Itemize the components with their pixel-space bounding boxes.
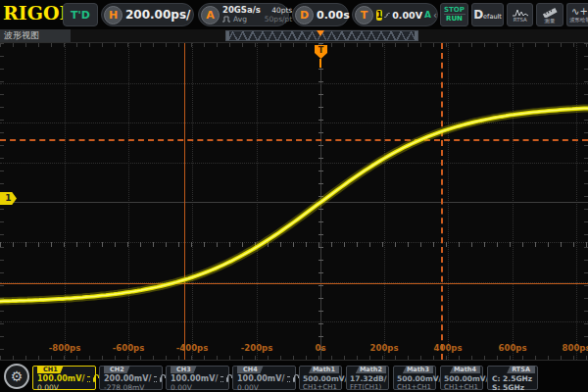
math-expression: CH1+CH1 [444, 383, 482, 391]
channel-tab: CH4 [237, 366, 264, 373]
math-expression: CH1+CH1 [397, 383, 435, 391]
math-scale: 17.32dB/ [350, 374, 388, 383]
default-button[interactable]: Default [471, 3, 504, 26]
channel-scale: 100.00mV/ [171, 374, 218, 383]
dc-coupling-icon [287, 376, 289, 382]
rtsa-status-box[interactable]: RTSA C: 2.5GHz S: 5GHz [487, 366, 538, 390]
spectrum-icon [513, 8, 528, 17]
rtsa-button-label: RTSA [514, 17, 527, 22]
scrollbar-trigger-pointer-icon[interactable] [317, 30, 324, 36]
lock-icon [93, 377, 95, 382]
channel-box-ch4[interactable]: CH4 100.00mV/ 0.00V [232, 366, 296, 390]
axis-tick-label: -600ps [113, 343, 144, 353]
acquisition-control[interactable]: A 20GSa/s Avg 40pts 50ps/pt [198, 3, 289, 26]
bottom-status-bar: ⚙ CH1 100.00mV/ 0.00V CH2 200.00mV/ -278… [0, 361, 588, 392]
horizontal-timebase-control[interactable]: H 200.00ps/ [101, 3, 194, 26]
scrollbar-right-cap [415, 31, 417, 40]
channel-scale: 200.00mV/ [104, 374, 151, 383]
axis-tick-label: -200ps [241, 343, 272, 353]
axis-tick-label: -800ps [49, 343, 80, 353]
ruler-icon [542, 7, 558, 18]
channel-box-ch2[interactable]: CH2 200.00mV/ -278.08mV [99, 366, 163, 390]
rtsa-center-freq: C: 2.5GHz [492, 374, 537, 383]
collapse-arrow-icon[interactable]: ‹ [433, 10, 437, 21]
lock-icon [293, 377, 295, 382]
axis-tick-label: 600ps [499, 343, 527, 353]
gear-icon[interactable]: ⚙ [4, 364, 29, 389]
timebase-value: 200.00ps/ [125, 8, 190, 22]
lock-icon [226, 377, 228, 382]
channel-tab: CH3 [171, 366, 197, 373]
math-box-math3[interactable]: Math3 500.00mV/ CH1+CH1 [393, 366, 436, 390]
delay-control[interactable]: D 0.00s [292, 3, 349, 26]
view-tab-row: 波形视图 [0, 29, 588, 42]
channel-tab: CH2 [104, 366, 130, 373]
stop-run-button[interactable]: STOP RUN [440, 3, 468, 26]
memory-depth: 40pts [265, 6, 292, 15]
trigger-slope-icon [384, 10, 390, 21]
avg-mode-icon [222, 16, 231, 23]
axis-tick-label: 200ps [370, 343, 399, 353]
run-label: RUN [446, 15, 463, 24]
trigger-marker-stem [319, 59, 321, 68]
axis-tick-label: -400ps [176, 343, 208, 353]
channel-offset: 0.00V [237, 383, 295, 392]
math-box-math1[interactable]: Math1 500.00mV/ CH1+CH1 [299, 366, 342, 390]
lock-icon [160, 377, 162, 382]
resolution: 50ps/pt [265, 15, 292, 24]
waveform-draw-button[interactable]: ∿+ 波形绘制 [566, 3, 588, 26]
dc-coupling-icon [87, 376, 89, 382]
stop-label: STOP [444, 6, 466, 15]
math-scale: 500.00mV/ [397, 374, 435, 383]
math-scale: 500.00mV/ [444, 374, 482, 383]
trigger-status-badge: T'D [63, 3, 98, 26]
channel-scale: 100.00mV/ [37, 374, 84, 383]
rtsa-span: S: 5GHz [492, 383, 537, 392]
channel-offset: -278.08mV [104, 383, 162, 392]
channel-scale: 100.00mV/ [237, 374, 284, 383]
axis-tick-label: 0s [316, 343, 326, 353]
channel-offset: 0.00V [171, 383, 228, 392]
oscilloscope-screen: RIGOL T'D H 200.00ps/ A 20GSa/s Avg 40pt… [0, 0, 588, 392]
trigger-level: 0.00V [392, 10, 422, 21]
math-tab: Math3 [403, 366, 433, 373]
math-tab: Math1 [309, 366, 339, 373]
math-box-math2[interactable]: Math2 17.32dB/ FFT(CH1) [346, 366, 389, 390]
math-expression: CH1+CH1 [303, 383, 341, 391]
rtsa-button[interactable]: RTSA [507, 3, 533, 26]
acq-mode: Avg [233, 15, 247, 24]
scrollbar-left-cap [226, 31, 229, 40]
sample-rate: 20GSa/s [222, 6, 261, 15]
dc-coupling-icon [154, 376, 156, 382]
draw-button-label: 波形绘制 [569, 17, 588, 22]
measure-button-label: 测量 [545, 18, 556, 23]
delay-value: 0.00s [317, 9, 350, 22]
d-knob-icon[interactable]: D [295, 6, 314, 24]
channel-offset: 0.00V [37, 383, 95, 392]
ch1-waveform [0, 43, 588, 361]
waveform-view-tab[interactable]: 波形视图 [0, 29, 71, 42]
trigger-control[interactable]: T 1 0.00V A ‹ [352, 3, 438, 26]
a-knob-icon[interactable]: A [201, 6, 220, 24]
t-knob-icon[interactable]: T [355, 6, 373, 24]
math-tab: Math4 [450, 366, 480, 373]
h-knob-icon[interactable]: H [104, 6, 122, 24]
trigger-sweep-mode: A [424, 10, 431, 20]
measure-button[interactable]: 测量 [536, 3, 564, 26]
dc-coupling-icon [220, 376, 222, 382]
channel-box-ch1[interactable]: CH1 100.00mV/ 0.00V [32, 366, 96, 390]
top-toolbar: RIGOL T'D H 200.00ps/ A 20GSa/s Avg 40pt… [0, 0, 588, 29]
axis-tick-label: 400ps [434, 343, 463, 353]
waveform-display-area[interactable]: T 1 -800ps-600ps-400ps-200ps0s200ps400ps… [0, 42, 588, 361]
math-tab: Math2 [356, 366, 386, 373]
default-label-small: efault [483, 13, 502, 21]
math-box-math4[interactable]: Math4 500.00mV/ CH1+CH1 [440, 366, 483, 390]
rtsa-box-tab: RTSA [507, 366, 535, 373]
math-expression: FFT(CH1) [350, 383, 388, 391]
default-label-big: D [473, 8, 483, 22]
axis-tick-label: 800ps [563, 343, 588, 353]
channel-box-ch3[interactable]: CH3 100.00mV/ 0.00V [166, 366, 229, 390]
trigger-source-badge: 1 [376, 10, 382, 21]
channel-tab: CH1 [37, 366, 64, 373]
math-scale: 500.00mV/ [303, 374, 341, 383]
